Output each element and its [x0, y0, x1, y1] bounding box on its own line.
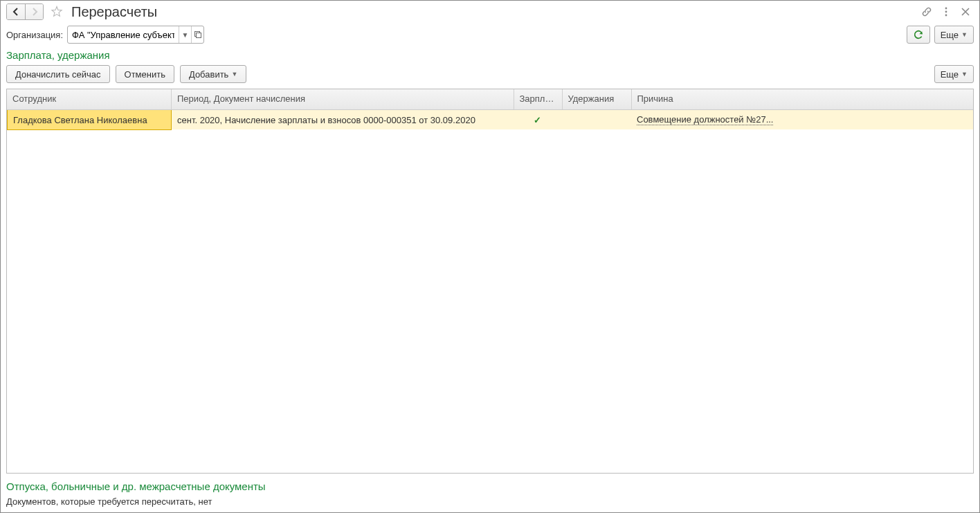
more-button-section1-label: Еще — [941, 69, 959, 80]
add-label: Добавить — [189, 69, 228, 80]
cell-period: сент. 2020, Начисление зарплаты и взносо… — [172, 110, 514, 129]
org-open-button[interactable] — [191, 26, 203, 43]
section2: Отпуска, больничные и др. межрасчетные д… — [1, 474, 979, 512]
chevron-down-icon: ▼ — [231, 71, 237, 78]
recalc-now-button[interactable]: Доначислить сейчас — [6, 65, 110, 83]
more-button-top-label: Еще — [941, 30, 959, 40]
svg-point-0 — [945, 8, 947, 10]
svg-point-1 — [945, 11, 947, 13]
kebab-menu-icon[interactable] — [938, 3, 954, 20]
col-period[interactable]: Период, Документ начисления — [172, 89, 514, 109]
title-bar: Перерасчеты — [1, 1, 979, 24]
cell-reason: Совмещение должностей №27... — [631, 110, 973, 129]
cell-employee: Гладкова Светлана Николаевна — [7, 110, 172, 130]
more-button-top[interactable]: Еще ▼ — [934, 26, 974, 44]
link-icon[interactable] — [918, 3, 935, 20]
table-body[interactable]: Гладкова Светлана Николаевна сент. 2020,… — [7, 110, 973, 473]
page-title: Перерасчеты — [71, 4, 157, 20]
forward-button[interactable] — [25, 4, 43, 19]
check-icon: ✓ — [519, 115, 556, 125]
more-button-section1[interactable]: Еще ▼ — [934, 65, 974, 83]
org-label: Организация: — [6, 30, 63, 40]
add-button[interactable]: Добавить ▼ — [180, 65, 246, 83]
section2-header: Отпуска, больничные и др. межрасчетные д… — [6, 480, 974, 494]
org-combo: ▼ — [67, 26, 204, 44]
refresh-button[interactable] — [907, 26, 930, 44]
svg-rect-4 — [196, 33, 201, 38]
col-deductions[interactable]: Удержания — [563, 89, 632, 109]
table: Сотрудник Период, Документ начисления За… — [6, 89, 974, 474]
filter-row: Организация: ▼ Еще ▼ — [1, 24, 979, 49]
reason-link[interactable]: Совмещение должностей №27... — [637, 114, 773, 125]
col-salary[interactable]: Зарплата — [514, 89, 563, 109]
col-reason[interactable]: Причина — [632, 89, 974, 109]
org-dropdown-button[interactable]: ▼ — [179, 26, 191, 43]
org-input[interactable] — [68, 26, 179, 43]
section1-header: Зарплата, удержания — [1, 49, 979, 65]
section2-empty-text: Документов, которые требуется пересчитат… — [6, 496, 974, 507]
close-icon[interactable] — [957, 3, 974, 20]
col-employee[interactable]: Сотрудник — [7, 89, 172, 109]
table-header: Сотрудник Период, Документ начисления За… — [7, 89, 973, 110]
table-row[interactable]: Гладкова Светлана Николаевна сент. 2020,… — [7, 110, 973, 129]
cancel-label: Отменить — [125, 69, 165, 80]
back-button[interactable] — [7, 4, 25, 19]
cell-salary: ✓ — [514, 110, 562, 129]
cancel-button[interactable]: Отменить — [116, 65, 174, 83]
chevron-down-icon: ▼ — [961, 31, 968, 38]
favorite-star-icon[interactable] — [49, 4, 64, 19]
section1-toolbar: Доначислить сейчас Отменить Добавить ▼ Е… — [1, 65, 979, 89]
recalc-now-label: Доначислить сейчас — [15, 69, 101, 80]
svg-point-2 — [945, 15, 947, 17]
nav-buttons — [6, 3, 44, 20]
cell-deductions — [562, 110, 631, 129]
chevron-down-icon: ▼ — [961, 71, 968, 78]
